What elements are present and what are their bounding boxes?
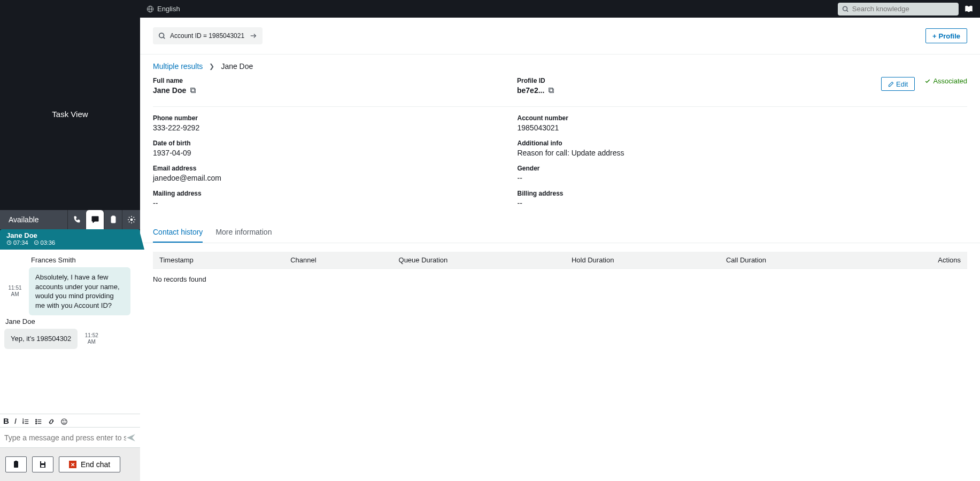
- svg-rect-35: [549, 88, 553, 92]
- svg-rect-5: [111, 216, 115, 223]
- svg-rect-6: [112, 216, 114, 217]
- email-value: janedoe@email.com: [153, 174, 518, 182]
- th-hold-duration[interactable]: Hold Duration: [565, 252, 720, 269]
- end-chat-label: End chat: [81, 460, 110, 469]
- svg-point-20: [36, 421, 37, 422]
- svg-rect-25: [14, 461, 18, 468]
- language-selector[interactable]: English: [146, 5, 180, 13]
- addl-value: Reason for call: Update address: [518, 149, 882, 157]
- billing-label: Billing address: [518, 190, 882, 197]
- edit-label: Edit: [896, 80, 908, 88]
- message-sender-customer: Jane Doe: [5, 317, 136, 325]
- search-knowledge[interactable]: [838, 3, 959, 15]
- th-call-duration[interactable]: Call Duration: [720, 252, 868, 269]
- mailing-value: --: [153, 199, 518, 207]
- unordered-list-button[interactable]: [35, 416, 42, 425]
- svg-point-19: [36, 419, 37, 420]
- th-queue-duration[interactable]: Queue Duration: [392, 252, 565, 269]
- svg-point-3: [843, 6, 847, 11]
- svg-line-4: [847, 10, 848, 11]
- task-tab-icon[interactable]: [104, 210, 122, 229]
- copy-icon[interactable]: [547, 87, 555, 94]
- breadcrumb: Multiple results ❯ Jane Doe: [140, 55, 980, 74]
- check-circle-icon: [34, 240, 39, 245]
- save-button[interactable]: [32, 456, 53, 472]
- svg-point-24: [65, 420, 65, 421]
- close-icon: ✕: [69, 461, 76, 468]
- svg-text:3: 3: [22, 422, 24, 424]
- settings-tab-icon[interactable]: [122, 210, 140, 229]
- check-icon: [924, 78, 931, 84]
- chat-footer: ✕End chat: [0, 448, 140, 481]
- th-timestamp[interactable]: Timestamp: [153, 252, 284, 269]
- emoji-button[interactable]: [60, 416, 68, 425]
- send-icon[interactable]: [126, 432, 136, 442]
- svg-rect-27: [41, 461, 44, 463]
- edit-button[interactable]: Edit: [881, 77, 915, 91]
- end-chat-button[interactable]: ✕End chat: [59, 456, 120, 472]
- task-view-panel: Task View: [0, 18, 140, 210]
- globe-icon: [146, 5, 154, 13]
- pencil-icon: [888, 81, 894, 87]
- profile-id-value: be7e2...: [517, 86, 544, 95]
- add-profile-button[interactable]: +Profile: [925, 28, 967, 43]
- full-name-value: Jane Doe: [153, 86, 186, 95]
- account-value: 1985043021: [518, 123, 882, 132]
- phone-value: 333-222-9292: [153, 123, 518, 132]
- chat-input-row: [0, 428, 140, 448]
- svg-point-29: [159, 33, 164, 38]
- agent-status-bar: Available: [0, 210, 140, 229]
- mailing-label: Mailing address: [153, 190, 518, 197]
- chat-tab-icon[interactable]: [86, 210, 104, 229]
- chat-input[interactable]: [4, 433, 126, 442]
- link-button[interactable]: [48, 416, 55, 425]
- billing-value: --: [518, 199, 882, 207]
- th-channel[interactable]: Channel: [284, 252, 392, 269]
- breadcrumb-current: Jane Doe: [221, 62, 253, 71]
- email-label: Email address: [153, 165, 518, 172]
- search-icon: [158, 32, 166, 40]
- clipboard-button[interactable]: [5, 456, 27, 472]
- phone-tab[interactable]: [67, 210, 86, 229]
- tab-more-information[interactable]: More information: [215, 222, 272, 243]
- bold-button[interactable]: B: [3, 416, 9, 425]
- addl-label: Additional info: [518, 139, 882, 147]
- language-label: English: [157, 5, 180, 13]
- chat-contact-name: Jane Doe: [6, 231, 134, 239]
- message-timestamp: 11:51 AM: [4, 285, 26, 298]
- svg-point-23: [63, 420, 64, 421]
- active-chat-tab[interactable]: Jane Doe 07:34 03:36: [0, 229, 140, 250]
- associated-status: Associated: [924, 77, 967, 85]
- svg-rect-33: [191, 88, 195, 92]
- italic-button[interactable]: I: [14, 416, 17, 425]
- timer-1: 07:34: [13, 239, 28, 246]
- ordered-list-button[interactable]: 123: [22, 416, 29, 425]
- search-pill[interactable]: Account ID = 1985043021: [153, 27, 263, 44]
- search-bar-row: Account ID = 1985043021 +Profile: [140, 18, 980, 55]
- account-label: Account number: [518, 114, 882, 122]
- full-name-label: Full name: [153, 77, 517, 84]
- breadcrumb-link[interactable]: Multiple results: [153, 62, 203, 71]
- chevron-right-icon: ❯: [209, 63, 214, 70]
- search-icon: [842, 5, 849, 13]
- associated-label: Associated: [933, 77, 967, 85]
- knowledge-base-icon[interactable]: [964, 4, 974, 13]
- tab-contact-history[interactable]: Contact history: [153, 222, 203, 243]
- search-query-text: Account ID = 1985043021: [170, 32, 244, 40]
- arrow-right-icon[interactable]: [250, 32, 257, 40]
- th-actions[interactable]: Actions: [868, 252, 967, 269]
- copy-icon[interactable]: [189, 87, 197, 94]
- plus-icon: +: [932, 32, 937, 40]
- dob-value: 1937-04-09: [153, 149, 518, 157]
- search-knowledge-input[interactable]: [852, 5, 954, 13]
- chat-transcript: Frances Smith 11:51 AM Absolutely, I hav…: [0, 250, 140, 414]
- gender-label: Gender: [518, 165, 882, 172]
- timer-2: 03:36: [41, 239, 56, 246]
- message-timestamp: 11:52 AM: [81, 332, 102, 345]
- main-content: Account ID = 1985043021 +Profile Multipl…: [140, 18, 980, 481]
- detail-tabs: Contact history More information: [140, 222, 980, 243]
- svg-line-30: [164, 37, 165, 39]
- svg-rect-28: [41, 465, 44, 467]
- svg-rect-34: [550, 89, 554, 92]
- agent-status[interactable]: Available: [0, 215, 67, 224]
